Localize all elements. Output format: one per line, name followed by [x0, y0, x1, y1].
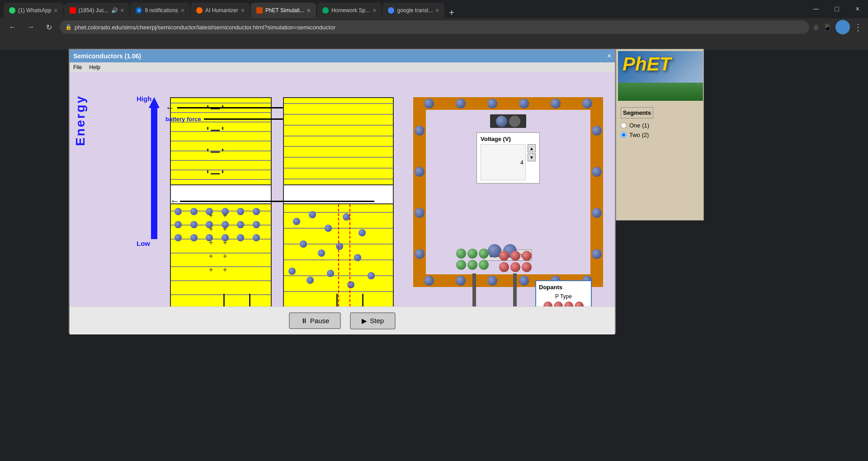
tab-label: (1854) Juc...: [79, 7, 109, 14]
voltage-label: Voltage (V): [481, 136, 536, 142]
tab-close-icon[interactable]: ×: [373, 7, 376, 14]
hw-icon: [322, 7, 329, 14]
google-icon: [388, 7, 394, 14]
tab-label: google transl...: [397, 7, 433, 14]
tab-google-translate[interactable]: google transl... ×: [382, 3, 444, 18]
tab-whatsapp[interactable]: (1) WhatsApp ×: [4, 3, 63, 18]
reload-button[interactable]: ↻: [42, 20, 56, 34]
maximize-button[interactable]: □: [826, 0, 847, 18]
voltage-up-button[interactable]: ▲: [528, 144, 536, 152]
radio-two-segments[interactable]: Two (2): [621, 132, 699, 138]
tab-homework[interactable]: Homework Sp... ×: [317, 3, 382, 18]
app-title: Semiconductors (1.06): [73, 52, 141, 60]
close-window-button[interactable]: ×: [847, 0, 868, 18]
tab-phet[interactable]: PhET Simulati... ×: [251, 3, 316, 18]
app-window: Semiconductors (1.06) × File Help Energy…: [69, 49, 616, 334]
news-icon: 9: [136, 7, 142, 14]
sound-icon: 🔊: [111, 7, 118, 14]
more-options-button[interactable]: ⋮: [854, 22, 863, 33]
dopants-title: Dopants: [539, 284, 588, 291]
ai-icon: [196, 7, 203, 14]
one-segment-label: One (1): [629, 122, 649, 129]
app-menubar: File Help: [70, 62, 615, 72]
new-tab-button[interactable]: +: [445, 8, 458, 18]
simulation-area: Energy High Low: [70, 72, 615, 334]
tab-youtube[interactable]: (1854) Juc... 🔊 ×: [64, 3, 130, 18]
tab-close-icon[interactable]: ×: [181, 7, 184, 14]
radio-one-input[interactable]: [621, 122, 627, 128]
voltage-panel: Voltage (V) 4 ▲ ▼: [476, 132, 540, 183]
pause-button[interactable]: ⏸ Pause: [289, 312, 341, 329]
tab-ai-humanizer[interactable]: AI Humanizer ×: [191, 3, 250, 18]
radio-two-input[interactable]: [621, 132, 627, 138]
radio-one-segment[interactable]: One (1): [621, 122, 699, 129]
tab-label: (1) WhatsApp: [18, 7, 51, 14]
force-arrow-left: ←: [170, 195, 374, 207]
step-button[interactable]: ▶ Step: [350, 312, 396, 329]
whatsapp-icon: [9, 7, 15, 14]
minimize-button[interactable]: ─: [806, 0, 826, 18]
menu-file[interactable]: File: [73, 64, 82, 71]
tab-close-icon[interactable]: ×: [54, 7, 57, 14]
back-button[interactable]: ←: [5, 20, 20, 34]
tab-label: PhET Simulati...: [265, 7, 304, 14]
p-type-label: P Type: [539, 293, 588, 300]
tab-label: 9 notifications: [145, 7, 178, 14]
forward-button[interactable]: →: [24, 20, 38, 34]
tab-label: Homework Sp...: [331, 7, 370, 14]
controls-bar: ⏸ Pause ▶ Step: [70, 306, 615, 334]
segments-title: Segments: [621, 107, 653, 118]
tab-close-icon[interactable]: ×: [241, 7, 245, 14]
battery-force-label: battery force: [165, 116, 201, 122]
low-label: Low: [137, 240, 150, 247]
bookmark-button[interactable]: ☆: [813, 23, 819, 32]
segments-section: Segments One (1) Two (2): [616, 103, 703, 146]
youtube-icon: [70, 7, 76, 14]
phet-side-panel: PhET Segments One (1) Two (2): [616, 49, 704, 221]
pause-label: Pause: [310, 317, 330, 325]
menu-help[interactable]: Help: [89, 64, 100, 71]
tab-label: AI Humanizer: [205, 7, 238, 14]
url-bar[interactable]: 🔒 phet.colorado.edu/sims/cheerpj/semicon…: [60, 20, 809, 34]
tab-close-icon[interactable]: ×: [120, 7, 124, 14]
url-text: phet.colorado.edu/sims/cheerpj/semicondu…: [75, 24, 335, 31]
app-close-button[interactable]: ×: [607, 52, 611, 60]
tab-close-icon[interactable]: ×: [307, 7, 311, 14]
phet-icon: [256, 7, 263, 14]
app-titlebar: Semiconductors (1.06) ×: [70, 50, 615, 62]
pause-icon: ⏸: [301, 317, 307, 325]
phet-logo-text: PhET: [623, 53, 671, 75]
phet-logo: PhET: [618, 51, 703, 101]
tab-9news[interactable]: 9 9 notifications ×: [130, 3, 190, 18]
energy-axis-label: Energy: [73, 95, 88, 146]
lock-icon: 🔒: [65, 24, 72, 30]
cast-button[interactable]: 📱: [823, 23, 832, 32]
step-label: Step: [370, 317, 384, 325]
voltage-value: 4: [520, 159, 524, 166]
step-icon: ▶: [362, 317, 367, 325]
profile-avatar[interactable]: [835, 20, 850, 34]
voltage-down-button[interactable]: ▼: [528, 153, 536, 161]
two-segments-label: Two (2): [629, 132, 649, 138]
tab-close-icon[interactable]: ×: [435, 7, 439, 14]
energy-arrow: [149, 97, 160, 239]
